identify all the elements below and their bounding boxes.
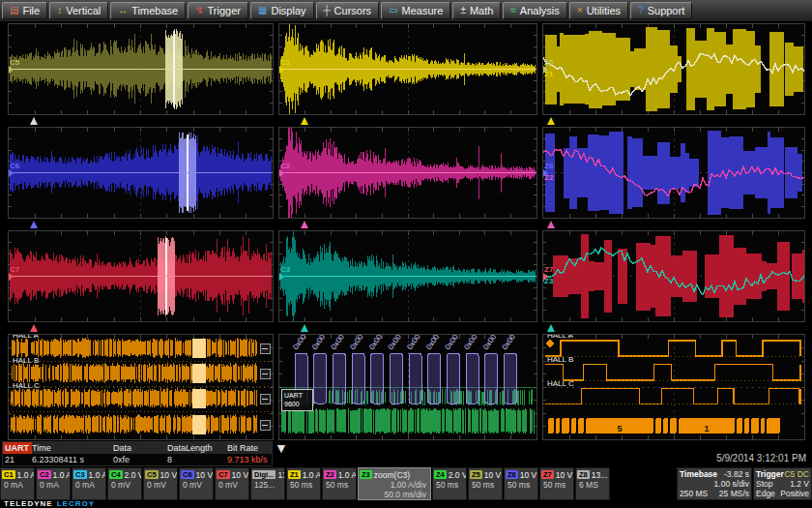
channel-tab: Z7 bbox=[541, 470, 554, 479]
trace-level-arrow-icon bbox=[279, 66, 284, 74]
channel-offset: 50 ms bbox=[288, 480, 319, 490]
channel-scale: 1.0 A bbox=[17, 470, 35, 480]
svg-text:5: 5 bbox=[617, 424, 622, 433]
timebase-scale: 1.00 s/div bbox=[714, 479, 749, 489]
channel-box-z8[interactable]: Z813...6 MS bbox=[575, 467, 610, 500]
uart-protocol-badge[interactable]: UART bbox=[3, 442, 32, 454]
menu-label: Display bbox=[271, 5, 305, 16]
timebase-label: Timebase bbox=[680, 469, 717, 479]
channel-box-c4[interactable]: C42.0 V0 mV bbox=[107, 467, 142, 500]
uart-table-row[interactable]: 21 6.23308411 s 0xfe 8 9.713 kb/s bbox=[3, 454, 272, 465]
menu-label: File bbox=[22, 5, 40, 16]
menu-button-file[interactable]: ▤File bbox=[2, 2, 47, 19]
zoom-scale: 1.00 A/div bbox=[360, 480, 429, 490]
waveform-panel-c2[interactable]: C2 bbox=[278, 127, 537, 219]
waveform-panel-c1[interactable]: C1 bbox=[278, 23, 537, 115]
menu-button-support[interactable]: ?Support bbox=[630, 2, 692, 19]
channel-box-c2[interactable]: C21.0 A0 mA bbox=[36, 467, 71, 500]
channel-scale: 1.0 A bbox=[53, 470, 71, 480]
channel-offset: 50 ms bbox=[324, 480, 355, 490]
trigger-summary[interactable]: TriggerC5 DC Stop1.2 V EdgePositive bbox=[753, 467, 812, 500]
waveform-panel-z3-z7[interactable]: Z7Z3 bbox=[542, 230, 805, 322]
menu-label: Utilities bbox=[587, 5, 621, 16]
menu-button-display[interactable]: ▦Display bbox=[250, 2, 314, 19]
channel-box-z1[interactable]: Z11.0 A50 ms bbox=[286, 467, 321, 500]
trace-level-arrow-icon bbox=[9, 66, 14, 74]
channel-scale: 2.0 V bbox=[449, 470, 467, 480]
channel-box-z2[interactable]: Z21.0 A50 ms bbox=[322, 467, 357, 500]
trigger-level: 1.2 V bbox=[790, 479, 809, 489]
waveform-panel-c7[interactable]: C7 bbox=[8, 230, 274, 322]
channel-tab: Z6 bbox=[506, 470, 518, 479]
hall-zoom-waveform: HALL AHALL BHALL C51 bbox=[543, 335, 804, 439]
uart-row-datalength: 8 bbox=[167, 454, 227, 465]
svg-text:0x00: 0x00 bbox=[310, 335, 328, 351]
waveform-panel-hall-zoom[interactable]: HALL AHALL BHALL C51 bbox=[542, 334, 805, 440]
uart-col-datalength: DataLength bbox=[167, 442, 227, 454]
channel-tab: C6 bbox=[181, 470, 194, 479]
channel-offset: 0 mV bbox=[145, 480, 176, 490]
channel-offset: 50 ms bbox=[506, 480, 536, 490]
channel-box-z3-selected[interactable]: Z3zoom(C3)1.00 A/div50.0 ms/div bbox=[358, 467, 431, 500]
channel-box-c1[interactable]: C11.0 A0 mA bbox=[0, 467, 35, 500]
c3-waveform bbox=[279, 231, 536, 321]
menu-label: Cursors bbox=[334, 5, 372, 16]
menu-button-vertical[interactable]: ↕Vertical bbox=[49, 2, 108, 19]
logo-teledyne: TELEDYNE bbox=[4, 499, 53, 508]
trigger-source: C5 DC bbox=[784, 469, 809, 479]
svg-text:0x00: 0x00 bbox=[444, 335, 461, 351]
svg-text:UART: UART bbox=[284, 392, 304, 399]
trigger-position-marker-icon bbox=[301, 221, 308, 228]
support-icon: ? bbox=[638, 6, 644, 15]
menu-label: Math bbox=[470, 5, 493, 16]
menu-button-math[interactable]: ±Math bbox=[452, 2, 501, 19]
waveform-panel-z2-z6[interactable]: Z6Z2 bbox=[542, 127, 805, 219]
channel-box-c5[interactable]: C510 V0 mV bbox=[143, 467, 178, 500]
channel-box-z7[interactable]: Z710 V50 ms bbox=[539, 467, 574, 500]
channel-box-z6[interactable]: Z610 V50 ms bbox=[504, 467, 538, 500]
table-collapse-button[interactable]: ▼ bbox=[275, 440, 288, 456]
svg-text:0x00: 0x00 bbox=[501, 335, 518, 351]
channel-box-c6[interactable]: C610 V0 mV bbox=[179, 467, 214, 500]
channel-offset: 125... bbox=[252, 480, 283, 490]
uart-decode-table: UART Time Data DataLength Bit Rate 21 6.… bbox=[2, 441, 273, 466]
waveform-panel-c6[interactable]: C6 bbox=[8, 127, 274, 219]
channel-tab: C5 bbox=[145, 470, 159, 479]
menu-button-cursors[interactable]: ┼Cursors bbox=[316, 2, 380, 19]
channel-offset: 0 mA bbox=[73, 480, 104, 490]
waveform-panel-c3[interactable]: C3 bbox=[278, 230, 537, 322]
timebase-summary[interactable]: Timebase-3.82 s 1.00 s/div 250 MS25 MS/s bbox=[677, 467, 752, 500]
menu-button-trigger[interactable]: ↯Trigger bbox=[188, 2, 248, 19]
waveform-panel-uart-decode[interactable]: 0x000x000x000x000x000x000x000x000x000x00… bbox=[278, 334, 537, 440]
waveform-panel-hall-digital[interactable]: HALL AHALL BHALL C bbox=[8, 334, 274, 440]
channel-box-z5[interactable]: Z510 V50 ms bbox=[468, 467, 503, 500]
channel-scale: 1.0 A bbox=[89, 470, 106, 480]
menu-button-measure[interactable]: ▭Measure bbox=[381, 2, 450, 19]
zoom-timebase: 50.0 ms/div bbox=[360, 490, 429, 499]
channel-box-c3[interactable]: C31.0 A0 mA bbox=[72, 467, 106, 500]
channel-tab: Z3 bbox=[360, 470, 372, 479]
menu-label: Vertical bbox=[66, 5, 101, 16]
waveform-panel-z1-z5[interactable]: Z5Z1 bbox=[542, 23, 805, 115]
uart-decode-waveform: 0x000x000x000x000x000x000x000x000x000x00… bbox=[279, 335, 536, 439]
menu-button-timebase[interactable]: ↔Timebase bbox=[110, 2, 186, 19]
uart-row-index: 21 bbox=[3, 454, 32, 465]
svg-text:0x00: 0x00 bbox=[291, 335, 308, 351]
menu-button-analysis[interactable]: ≈Analysis bbox=[503, 2, 566, 19]
channel-box-c7[interactable]: C710 V0 mV bbox=[215, 467, 249, 500]
svg-text:HALL B: HALL B bbox=[547, 355, 573, 364]
menu-button-utilities[interactable]: ×Utilities bbox=[569, 2, 628, 19]
trace-level-arrow-icon bbox=[543, 66, 548, 74]
menu-bar: ▤File↕Vertical↔Timebase↯Trigger▦Display┼… bbox=[0, 0, 812, 21]
channel-scale: 10 V bbox=[196, 470, 214, 480]
display-icon: ▦ bbox=[258, 6, 267, 15]
timebase-rate: 25 MS/s bbox=[719, 489, 749, 498]
trigger-slope: Positive bbox=[780, 489, 809, 498]
channel-box-z4[interactable]: Z42.0 V50 ms bbox=[432, 467, 467, 500]
channel-box-digi[interactable]: Digi...13...125... bbox=[250, 467, 285, 500]
timebase-samples: 250 MS bbox=[680, 489, 708, 498]
oscilloscope-screen: ▤File↕Vertical↔Timebase↯Trigger▦Display┼… bbox=[0, 0, 812, 508]
utilities-icon: × bbox=[577, 6, 583, 15]
waveform-panel-c5[interactable]: C5 bbox=[8, 23, 274, 115]
uart-table-header: UART Time Data DataLength Bit Rate bbox=[3, 442, 272, 454]
